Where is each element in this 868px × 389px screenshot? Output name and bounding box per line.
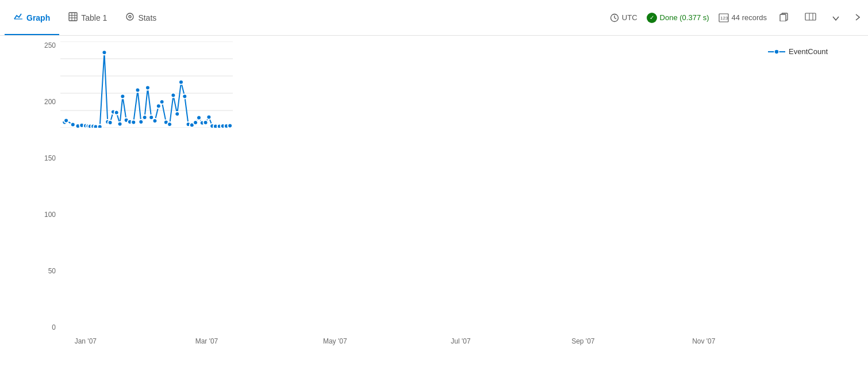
svg-point-6 — [126, 13, 133, 20]
y-label-200: 200 — [32, 98, 60, 106]
records-indicator: 123 44 records — [719, 13, 767, 22]
svg-point-7 — [129, 16, 131, 18]
svg-point-58 — [182, 94, 187, 98]
svg-text:123: 123 — [720, 16, 728, 21]
timezone-indicator: UTC — [610, 13, 637, 22]
chart-legend: EventCount — [768, 47, 828, 56]
svg-point-37 — [108, 120, 113, 125]
y-label-0: 0 — [32, 323, 60, 331]
svg-point-62 — [197, 116, 201, 120]
status-done-indicator: ✓ Done (0.377 s) — [647, 13, 709, 23]
svg-point-46 — [139, 120, 143, 124]
tab-stats-label: Stats — [138, 13, 156, 22]
svg-point-56 — [175, 112, 179, 116]
chevron-down-button[interactable] — [829, 10, 843, 25]
legend-label: EventCount — [789, 47, 828, 56]
svg-point-34 — [98, 124, 102, 128]
x-label-may: May '07 — [323, 337, 347, 345]
line-chart — [60, 41, 233, 128]
status-done-label: Done (0.377 s) — [660, 13, 709, 22]
x-label-mar: Mar '07 — [195, 337, 218, 345]
tab-stats[interactable]: Stats — [116, 0, 166, 35]
timezone-label: UTC — [622, 13, 637, 22]
legend-line-icon — [768, 48, 785, 55]
svg-rect-1 — [69, 13, 77, 21]
svg-point-17 — [774, 49, 779, 54]
y-axis: 250 200 150 100 50 0 — [32, 41, 60, 331]
svg-point-50 — [153, 119, 158, 123]
svg-point-51 — [156, 104, 161, 108]
y-label-50: 50 — [32, 267, 60, 275]
stats-icon — [125, 12, 135, 23]
svg-point-25 — [64, 118, 68, 123]
y-label-250: 250 — [32, 41, 60, 49]
chart-area: 250 200 150 100 50 0 EventCount Jan '07 … — [0, 36, 868, 389]
svg-point-48 — [145, 85, 150, 90]
svg-point-64 — [203, 120, 208, 125]
svg-point-71 — [228, 123, 232, 128]
graph-icon — [14, 12, 23, 23]
clock-icon — [610, 13, 619, 22]
x-label-nov: Nov '07 — [692, 337, 715, 345]
toolbar: Graph Table 1 Stats — [0, 0, 868, 36]
columns-button[interactable] — [801, 10, 820, 25]
svg-point-55 — [171, 93, 175, 98]
svg-point-26 — [71, 123, 75, 127]
copy-button[interactable] — [776, 10, 792, 26]
tab-table[interactable]: Table 1 — [59, 0, 116, 35]
records-label: 44 records — [732, 13, 767, 22]
svg-point-61 — [193, 120, 198, 125]
tab-graph[interactable]: Graph — [5, 0, 59, 35]
svg-point-41 — [120, 94, 125, 98]
svg-point-57 — [179, 80, 183, 85]
y-label-100: 100 — [32, 211, 60, 219]
x-label-jul: Jul '07 — [451, 337, 470, 345]
table-icon — [68, 12, 78, 23]
svg-point-47 — [143, 115, 147, 120]
svg-point-40 — [118, 121, 122, 126]
chart-inner: 250 200 150 100 50 0 EventCount Jan '07 … — [32, 41, 834, 360]
chevron-right-button[interactable] — [852, 10, 863, 25]
svg-point-52 — [160, 100, 164, 104]
x-label-sep: Sep '07 — [571, 337, 594, 345]
records-icon: 123 — [719, 13, 729, 22]
x-axis: Jan '07 Mar '07 May '07 Jul '07 Sep '07 … — [60, 337, 770, 360]
svg-point-45 — [136, 88, 140, 93]
toolbar-right: UTC ✓ Done (0.377 s) 123 44 records — [610, 10, 863, 26]
tab-graph-label: Graph — [26, 13, 50, 22]
svg-point-35 — [102, 50, 106, 55]
svg-point-65 — [206, 115, 211, 119]
svg-rect-12 — [780, 14, 786, 21]
x-label-jan: Jan '07 — [75, 337, 97, 345]
y-label-150: 150 — [32, 154, 60, 162]
svg-point-54 — [167, 122, 172, 127]
check-circle-icon: ✓ — [647, 13, 657, 23]
svg-rect-13 — [805, 13, 816, 20]
tab-table-label: Table 1 — [81, 13, 107, 22]
svg-point-44 — [131, 120, 136, 124]
svg-point-39 — [114, 110, 119, 115]
